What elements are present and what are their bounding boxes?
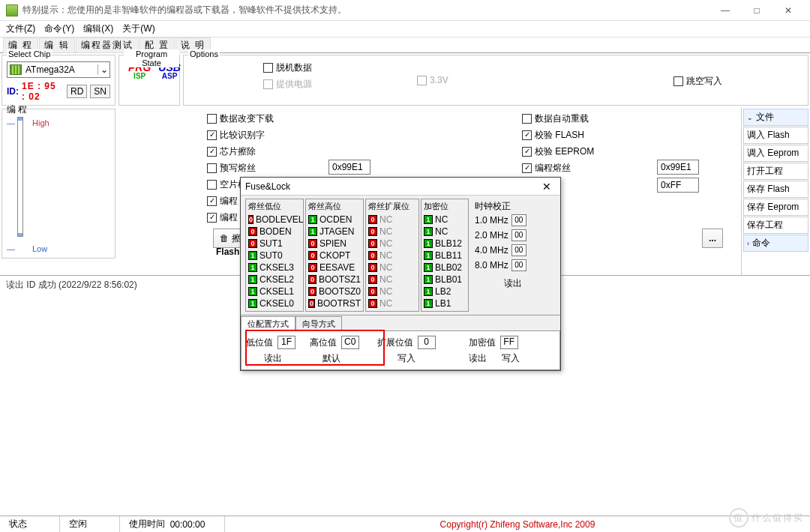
fuse-bit[interactable]: 1	[424, 287, 433, 296]
cb-prewrite[interactable]	[207, 163, 217, 173]
menu-edit[interactable]: 编辑(X)	[83, 22, 113, 35]
fuse-bit[interactable]: 0	[248, 215, 254, 224]
fuse-bit[interactable]: 0	[368, 227, 377, 236]
cb-blank[interactable]	[207, 180, 217, 190]
progstate-legend: Program State	[124, 49, 179, 67]
write-btn-2[interactable]: 写入	[502, 352, 520, 365]
fuse-lock-dialog: Fuse&Lock ✕ 熔丝低位0BODLEVEL0BODEN0SUT11SUT…	[240, 177, 561, 371]
fuse-bit[interactable]: 1	[248, 263, 257, 272]
v33-label: 3.3V	[430, 75, 448, 85]
minimize-button[interactable]: —	[710, 0, 741, 21]
fuse-bit[interactable]: 0	[308, 299, 315, 308]
fuse-bit[interactable]: 1	[308, 227, 317, 236]
fuse-bit[interactable]: 0	[368, 251, 377, 260]
sn-button[interactable]: SN	[90, 85, 110, 98]
fuse-bit[interactable]: 1	[424, 215, 433, 224]
file-header[interactable]: ⌄文件	[743, 109, 808, 126]
fuse-bit[interactable]: 1	[424, 239, 433, 248]
fuse-bit[interactable]: 0	[308, 263, 317, 272]
fuse-bit[interactable]: 1	[424, 275, 433, 284]
hex-ff[interactable]: 0xFF	[657, 178, 699, 193]
clock-value[interactable]: 00	[512, 214, 526, 226]
chevron-down-icon[interactable]: ⌄	[98, 64, 110, 75]
fuse-bit[interactable]: 0	[368, 263, 377, 272]
sidebar-item[interactable]: 打开工程	[743, 163, 808, 180]
cb-verify-eeprom[interactable]	[522, 147, 532, 157]
menu-file[interactable]: 文件(Z)	[6, 22, 35, 35]
cb-prog-fuse[interactable]	[522, 163, 532, 173]
lbl-verify-eeprom: 校验 EEPROM	[535, 145, 594, 158]
fuse-bit[interactable]: 1	[424, 263, 433, 272]
more-button[interactable]: ...	[702, 229, 723, 248]
fuse-bit[interactable]: 0	[308, 251, 317, 260]
fuse-bit-name: JTAGEN	[320, 226, 354, 237]
skip-checkbox[interactable]	[674, 76, 683, 86]
select-chip-legend: Select Chip	[7, 49, 52, 58]
window-buttons: — □ ✕	[710, 0, 804, 21]
fuse-bit[interactable]: 1	[424, 299, 433, 308]
offline-label: 脱机数据	[276, 61, 312, 74]
fuse-bit[interactable]: 1	[248, 287, 257, 296]
default-btn[interactable]: 默认	[322, 352, 340, 365]
sidebar-item[interactable]: 调入 Flash	[743, 127, 808, 144]
power-checkbox	[263, 79, 273, 89]
cb-chip-erase[interactable]	[207, 147, 217, 157]
cb-auto-reload[interactable]	[522, 114, 532, 124]
write-btn-1[interactable]: 写入	[398, 352, 416, 365]
fuse-bit-name: SPIEN	[320, 238, 346, 249]
fuse-bit[interactable]: 1	[248, 275, 257, 284]
read-btn-2[interactable]: 读出	[469, 352, 487, 365]
low-val-input[interactable]: 1F	[278, 336, 296, 349]
sidebar-item[interactable]: 保存 Flash	[743, 181, 808, 198]
fuse-bit[interactable]: 0	[308, 287, 316, 296]
tab-wizard[interactable]: 向导方式	[296, 316, 342, 331]
hex-progfuse[interactable]: 0x99E1	[657, 160, 699, 175]
fuse-bit-name: SUT0	[260, 250, 283, 261]
lbl-data-change: 数据改变下载	[220, 112, 274, 125]
cb-prog-f[interactable]	[207, 196, 217, 206]
fuse-bit[interactable]: 0	[368, 239, 377, 248]
fuse-bit[interactable]: 1	[308, 215, 317, 224]
fuse-bit[interactable]: 0	[308, 275, 316, 284]
fuse-bit[interactable]: 0	[248, 239, 257, 248]
close-button[interactable]: ✕	[772, 0, 804, 21]
hex-prewrite[interactable]: 0x99E1	[328, 160, 370, 175]
menu-cmd[interactable]: 命令(Y)	[44, 22, 74, 35]
fuse-bit[interactable]: 1	[248, 299, 257, 308]
fuse-bit[interactable]: 0	[368, 299, 377, 308]
fuse-bit[interactable]: 1	[248, 251, 257, 260]
ext-val-input[interactable]: 0	[418, 336, 436, 349]
clock-value[interactable]: 00	[512, 244, 526, 256]
fuse-bit[interactable]: 0	[368, 275, 377, 284]
enc-val-input[interactable]: FF	[500, 336, 518, 349]
offline-checkbox[interactable]	[263, 63, 273, 73]
fuse-bit[interactable]: 0	[368, 215, 377, 224]
sidebar-item[interactable]: 调入 Eeprom	[743, 145, 808, 162]
ext-val-lbl: 扩展位值	[377, 336, 413, 349]
fuse-bit[interactable]: 1	[424, 227, 433, 236]
sidebar-item[interactable]: 保存 Eeprom	[743, 199, 808, 216]
fuse-bit[interactable]: 0	[308, 239, 317, 248]
menu-about[interactable]: 关于(W)	[122, 22, 154, 35]
cb-verify-flash[interactable]	[522, 130, 532, 140]
cb-cmp-id[interactable]	[207, 130, 217, 140]
dialog-close-button[interactable]: ✕	[538, 181, 556, 193]
chip-dropdown[interactable]: ATmega32A ⌄	[7, 61, 110, 78]
cb-prog-e[interactable]	[207, 213, 217, 223]
clock-value[interactable]: 00	[512, 229, 526, 241]
cmd-header[interactable]: ›命令	[743, 235, 808, 252]
fuse-bit[interactable]: 0	[248, 227, 257, 236]
fuse-bit[interactable]: 0	[368, 287, 377, 296]
fuse-bit[interactable]: 1	[424, 251, 433, 260]
rd-button[interactable]: RD	[67, 85, 87, 98]
maximize-button[interactable]: □	[741, 0, 772, 21]
cb-data-change[interactable]	[207, 114, 217, 124]
high-val-input[interactable]: C0	[341, 336, 359, 349]
clock-value[interactable]: 00	[512, 259, 526, 271]
tab-bit-config[interactable]: 位配置方式	[241, 316, 296, 331]
clock-read-btn[interactable]: 读出	[504, 278, 522, 288]
read-btn-1[interactable]: 读出	[264, 352, 282, 365]
fuse-bit-name: NC	[435, 226, 448, 237]
sidebar-item[interactable]: 保存工程	[743, 217, 808, 234]
chevron-down-icon-2: ⌄	[747, 114, 753, 121]
